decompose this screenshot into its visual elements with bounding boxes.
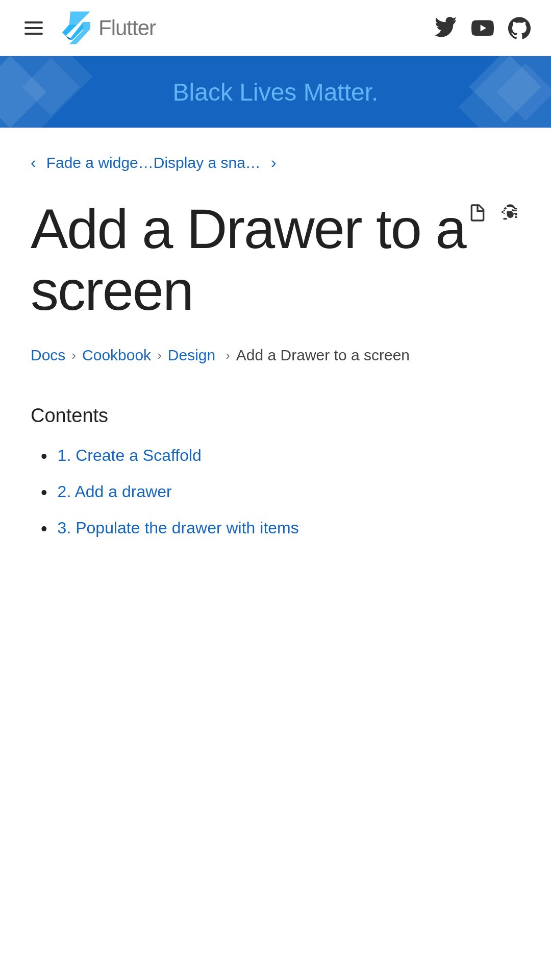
prev-chevron-icon: ‹ [31, 153, 36, 172]
blm-banner: Black Lives Matter. [0, 56, 551, 128]
page-title-area: Add a Drawer to a screen [31, 198, 520, 321]
navbar-right [435, 17, 531, 39]
contents-link-2[interactable]: 2. Add a drawer [58, 481, 172, 503]
blm-text: Black Lives Matter. [173, 78, 379, 106]
flutter-logo-text: Flutter [98, 16, 156, 40]
twitter-link[interactable] [435, 17, 457, 39]
svg-rect-6 [22, 58, 80, 115]
document-icon [467, 203, 488, 223]
main-content: ‹ Fade a widge…Display a sna… › Add a Dr… [0, 128, 551, 580]
breadcrumb-sep-2: › [157, 348, 162, 363]
youtube-link[interactable] [471, 17, 494, 39]
doc-icon-button[interactable] [467, 203, 488, 223]
next-chevron-icon: › [271, 153, 277, 172]
bullet-1: • [41, 445, 47, 467]
bug-icon-button[interactable] [500, 203, 520, 223]
breadcrumb: Docs › Cookbook › Design › Add a Drawer … [31, 347, 520, 364]
list-item: • 1. Create a Scaffold [41, 445, 520, 467]
svg-rect-8 [496, 63, 551, 120]
breadcrumb-cookbook[interactable]: Cookbook [82, 347, 151, 364]
breadcrumb-docs[interactable]: Docs [31, 347, 65, 364]
list-item: • 3. Populate the drawer with items [41, 518, 520, 540]
bullet-2: • [41, 481, 47, 503]
bug-icon [500, 203, 520, 223]
prev-next-nav: ‹ Fade a widge…Display a sna… › [31, 153, 520, 172]
github-link[interactable] [508, 17, 531, 39]
navbar-left: Flutter [20, 11, 156, 44]
twitter-icon [435, 17, 457, 39]
navbar: Flutter [0, 0, 551, 56]
flutter-logo-icon [62, 11, 90, 44]
flutter-logo-link[interactable]: Flutter [62, 11, 156, 44]
page-title: Add a Drawer to a screen [31, 198, 520, 321]
contents-list: • 1. Create a Scaffold • 2. Add a drawer… [41, 445, 520, 540]
bullet-3: • [41, 518, 47, 540]
list-item: • 2. Add a drawer [41, 481, 520, 503]
contents-title: Contents [31, 405, 520, 427]
youtube-icon [471, 17, 494, 39]
contents-link-1[interactable]: 1. Create a Scaffold [58, 445, 202, 467]
contents-link-3[interactable]: 3. Populate the drawer with items [58, 518, 299, 539]
breadcrumb-design[interactable]: Design [168, 347, 215, 364]
github-icon [508, 17, 531, 39]
svg-rect-5 [0, 56, 46, 128]
hamburger-menu-button[interactable] [20, 17, 47, 39]
breadcrumb-current: Add a Drawer to a screen [236, 347, 410, 364]
svg-rect-7 [469, 56, 541, 123]
breadcrumb-sep-1: › [71, 348, 76, 363]
title-icons [467, 203, 520, 223]
prev-next-link[interactable]: Fade a widge…Display a sna… [46, 154, 261, 172]
contents-section: Contents • 1. Create a Scaffold • 2. Add… [31, 405, 520, 540]
breadcrumb-sep-3: › [226, 348, 230, 363]
